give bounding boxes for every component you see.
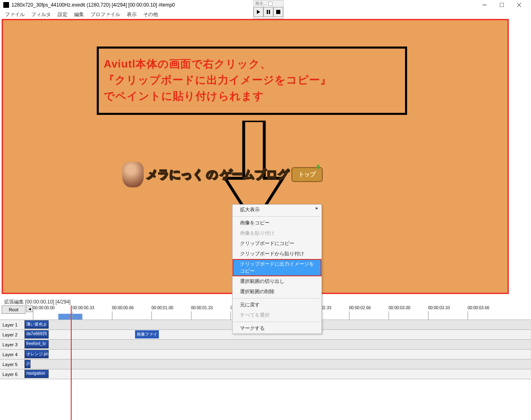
playhead[interactable] [71, 306, 72, 420]
context-menu-separator [233, 298, 321, 299]
window-title: 1280x720_30fps_44100Hz.exedit (1280,720)… [12, 2, 476, 8]
menu-other[interactable]: その他 [140, 10, 161, 19]
svg-rect-6 [269, 10, 270, 14]
ruler-tick: 00:00:03.66 [468, 306, 489, 310]
timeline-clip[interactable]: オレンジ.pn [25, 350, 49, 358]
timeline-clip[interactable]: freefont_lo [25, 340, 49, 348]
svg-rect-7 [276, 10, 280, 14]
context-menu-item[interactable]: 元に戻す [233, 300, 321, 310]
annotation-line-2: 『クリップボードに出力イメージをコピー』 [104, 72, 400, 88]
layer-label[interactable]: Layer 4 [0, 350, 25, 359]
context-menu: 拡大表示画像をコピー画像を貼り付けクリップボードにコピークリップボードから貼り付… [232, 204, 322, 334]
media-label: 再生... [254, 0, 283, 7]
menu-profile[interactable]: プロファイル [87, 10, 123, 19]
timeline-clip[interactable]: 画像ファイ [135, 330, 159, 338]
menu-filter[interactable]: フィルタ [28, 10, 54, 19]
ruler-tick: 00:00:02.66 [349, 306, 371, 310]
ruler-tick: 00:00:01.33 [191, 306, 213, 310]
ruler-tick: 00:00:00.00 [33, 306, 55, 310]
layer-row: Layer 3freefont_lo [0, 339, 531, 349]
ruler-tick: 00:00:03.33 [428, 306, 450, 310]
stop-button[interactable] [273, 7, 283, 17]
svg-rect-1 [500, 3, 504, 7]
svg-marker-4 [257, 10, 260, 14]
svg-rect-5 [267, 10, 268, 14]
media-label-text: 再生... [255, 1, 267, 7]
menu-edit[interactable]: 編集 [71, 10, 87, 19]
layer-label[interactable]: Layer 5 [0, 359, 25, 369]
layer-row: Layer 6navigation [0, 369, 531, 379]
context-menu-item[interactable]: 拡大表示 [233, 205, 321, 215]
layer-label[interactable]: Layer 3 [0, 340, 25, 349]
ruler-tick: 00:00:00.33 [72, 306, 94, 310]
maximize-button[interactable] [493, 0, 510, 10]
window-controls [476, 0, 528, 10]
layer-row: Layer 4オレンジ.pn [0, 349, 531, 359]
timeline-clip[interactable]: 薄い黄色.p [25, 320, 49, 329]
menu-file[interactable]: ファイル [2, 10, 28, 19]
annotation-line-3: でペイントに貼り付けられます [104, 88, 400, 104]
annotation-line-1: Aviutl本体の画面で右クリック、 [104, 56, 400, 72]
waveform [58, 314, 82, 320]
ruler-tick: 00:00:01.00 [151, 306, 173, 310]
play-button[interactable] [254, 7, 263, 17]
top-badge: トップ [291, 167, 323, 182]
context-menu-item[interactable]: クリップボードに出力イメージをコピー [233, 259, 321, 276]
top-badge-label: トップ [298, 171, 316, 178]
layer-row: Layer 5の [0, 359, 531, 369]
media-controls: 再生... [253, 0, 284, 19]
logo-text-2: の [206, 167, 218, 182]
ruler-tick: 00:00:03.00 [389, 306, 410, 310]
logo: メラにっく の ゲームブログ トップ [122, 162, 323, 187]
menu-view[interactable]: 表示 [123, 10, 140, 19]
context-menu-item[interactable]: 選択範囲の削除 [233, 287, 321, 297]
context-menu-item[interactable]: クリップボードにコピー [233, 238, 321, 249]
close-button[interactable] [510, 0, 528, 10]
ruler-tick: 00:00:00.66 [112, 306, 134, 310]
context-menu-separator [233, 322, 321, 322]
annotation-box: Aviutl本体の画面で右クリック、 『クリップボードに出力イメージをコピー』 … [97, 47, 407, 115]
timeline-clip[interactable]: の [25, 360, 30, 368]
context-menu-item: 画像を貼り付け [233, 228, 321, 238]
context-menu-separator [233, 216, 321, 217]
context-menu-item: すべてを選択 [233, 310, 321, 320]
app-icon [3, 2, 9, 8]
media-stop-indicator [268, 2, 272, 6]
timeline-clip[interactable]: navigation [25, 370, 49, 378]
logo-text-3: ゲームブログ [220, 167, 289, 182]
minimize-button[interactable] [476, 0, 493, 10]
context-menu-item[interactable]: マークする [233, 323, 321, 334]
root-button[interactable]: Root [2, 306, 26, 314]
menu-settings[interactable]: 設定 [54, 10, 71, 19]
layer-track[interactable]: の [25, 359, 531, 369]
layer-label[interactable]: Layer 2 [0, 330, 25, 339]
context-menu-item[interactable]: 選択範囲の切り出し [233, 276, 321, 287]
context-menu-item[interactable]: 画像をコピー [233, 218, 321, 228]
pause-button[interactable] [263, 7, 273, 17]
layer-label[interactable]: Layer 6 [0, 369, 25, 379]
layer-track[interactable]: navigation [25, 369, 531, 379]
timeline-clip[interactable]: da7e66925 [25, 330, 49, 338]
context-menu-item[interactable]: クリップボードから貼り付け [233, 249, 321, 259]
logo-text-1: メラにっく [146, 167, 204, 182]
layer-label[interactable]: Layer 1 [0, 320, 25, 329]
logo-character-icon [122, 162, 144, 187]
layer-track[interactable]: オレンジ.pn [25, 350, 531, 359]
layer-track[interactable]: freefont_lo [25, 340, 531, 349]
scroll-left-button[interactable]: ◀ [26, 306, 33, 312]
